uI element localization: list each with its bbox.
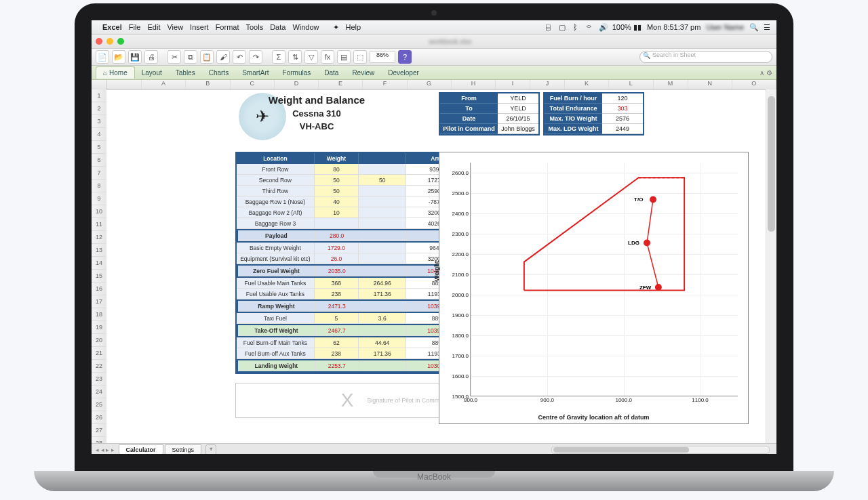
cg-envelope-chart: Weight Centre of Gravity location aft of… <box>439 152 749 424</box>
select-all-corner[interactable] <box>92 80 107 89</box>
battery-status[interactable]: 100% ▮▮ <box>612 23 642 32</box>
svg-point-3 <box>644 239 650 246</box>
bluetooth-icon[interactable]: ᛒ <box>572 23 580 31</box>
macos-menubar: Excel File Edit View Insert Format Tools… <box>92 20 776 35</box>
sheet-tab-settings[interactable]: Settings <box>165 444 202 454</box>
menu-edit[interactable]: Edit <box>147 23 160 31</box>
weight-limits-table: Fuel Burn / hour120Total Endurance303Max… <box>543 92 644 136</box>
copy-icon[interactable]: ⧉ <box>184 50 197 64</box>
redo-icon[interactable]: ↷ <box>249 50 262 64</box>
zoom-window-button[interactable] <box>117 38 124 45</box>
sheet-tab-calculator[interactable]: Calculator <box>119 444 163 454</box>
ribbon-data[interactable]: Data <box>317 67 345 79</box>
textbox-icon[interactable]: ⬚ <box>353 50 367 64</box>
ribbon-tabs: ⌂Home Layout Tables Charts SmartArt Form… <box>92 66 776 80</box>
menu-file[interactable]: File <box>129 23 141 31</box>
minimize-window-button[interactable] <box>106 38 113 45</box>
filter-icon[interactable]: ▽ <box>304 50 318 64</box>
ribbon-charts[interactable]: Charts <box>202 67 235 79</box>
search-input[interactable]: Search in Sheet <box>639 51 772 63</box>
signature-x-icon: X <box>341 390 354 411</box>
spreadsheet-grid[interactable]: ABCDEFGHIJKLMNO 123456789101112131415161… <box>92 80 776 454</box>
row-headers[interactable]: 1234567891011121314151617181920212223242… <box>92 89 106 454</box>
column-headers[interactable]: ABCDEFGHIJKLMNO <box>92 80 776 90</box>
flight-info-table: FromYELDToYELDDate26/10/15Pilot in Comma… <box>439 92 540 136</box>
ribbon-developer[interactable]: Developer <box>381 67 426 79</box>
airplay-icon[interactable]: ▢ <box>558 23 566 32</box>
ribbon-smartart[interactable]: SmartArt <box>235 67 275 79</box>
zoom-level[interactable]: 86% <box>370 51 395 63</box>
spotlight-icon[interactable]: 🔍 <box>749 23 757 32</box>
ribbon-collapse-icon[interactable]: ∧ ⚙ <box>760 69 772 77</box>
notifications-icon[interactable]: ☰ <box>763 23 771 32</box>
svg-point-1 <box>650 196 656 203</box>
new-doc-icon[interactable]: 📄 <box>96 50 109 64</box>
svg-text:T/O: T/O <box>634 196 643 203</box>
sheet-tabs-bar: ◂ ◂ ▸ ▸ Calculator Settings + <box>92 443 776 454</box>
home-icon: ⌂ <box>103 69 107 77</box>
menu-view[interactable]: View <box>167 23 183 31</box>
wifi-icon[interactable]: ⌔ <box>585 23 593 31</box>
fx-icon[interactable]: fx <box>321 50 334 64</box>
paste-icon[interactable]: 📋 <box>200 50 214 64</box>
volume-icon[interactable]: 🔊 <box>599 23 607 32</box>
save-icon[interactable]: 💾 <box>128 50 142 64</box>
ribbon-tables[interactable]: Tables <box>169 67 202 79</box>
cut-icon[interactable]: ✂ <box>167 50 181 64</box>
page-title: Weight and Balance <box>195 94 439 106</box>
menu-window[interactable]: Window <box>292 23 319 31</box>
title-block: Weight and Balance Cessna 310 VH-ABC <box>195 93 439 134</box>
sheet-nav[interactable]: ◂ ◂ ▸ ▸ <box>92 446 119 453</box>
menu-help[interactable]: Help <box>346 23 361 31</box>
print-icon[interactable]: 🖨 <box>144 50 158 64</box>
horizontal-scrollbar[interactable] <box>551 446 770 454</box>
aircraft-reg: VH-ABC <box>195 121 439 131</box>
macbook-brand: MacBook <box>417 472 451 482</box>
clock[interactable]: Mon 8:51:37 pm <box>647 23 701 31</box>
window-title: workbook.xlsx <box>429 38 472 45</box>
close-window-button[interactable] <box>96 38 102 45</box>
menu-data[interactable]: Data <box>270 23 285 31</box>
undo-icon[interactable]: ↶ <box>233 50 246 64</box>
ribbon-review[interactable]: Review <box>345 67 381 79</box>
menu-format[interactable]: Format <box>216 23 239 31</box>
sort-icon[interactable]: ⇅ <box>288 50 302 64</box>
chart-ylabel: Weight <box>433 261 440 281</box>
menu-insert[interactable]: Insert <box>190 23 209 31</box>
help-icon[interactable]: ? <box>398 50 412 64</box>
autosum-icon[interactable]: Σ <box>272 50 285 64</box>
ribbon-home[interactable]: ⌂Home <box>96 66 135 79</box>
vertical-scrollbar[interactable] <box>766 89 776 454</box>
svg-text:ZFW: ZFW <box>639 285 652 291</box>
menu-app[interactable]: Excel <box>102 23 122 31</box>
chart-icon[interactable]: ▤ <box>337 50 351 64</box>
aircraft-type: Cessna 310 <box>195 108 439 119</box>
ribbon-formulas[interactable]: Formulas <box>276 67 318 79</box>
svg-text:LDG: LDG <box>628 240 639 246</box>
chart-xlabel: Centre of Gravity location aft of datum <box>439 414 748 421</box>
dropbox-icon[interactable]: ⌸ <box>545 23 553 31</box>
standard-toolbar: 📄 📂 💾 🖨 ✂ ⧉ 📋 🖌 ↶ ↷ Σ ⇅ ▽ fx ▤ ⬚ 86% ? S… <box>92 49 776 66</box>
add-sheet-button[interactable]: + <box>205 444 216 454</box>
svg-point-5 <box>655 284 662 291</box>
ribbon-layout[interactable]: Layout <box>135 67 169 79</box>
menu-tools[interactable]: Tools <box>245 23 263 31</box>
user-name[interactable]: User Name <box>706 23 744 31</box>
format-painter-icon[interactable]: 🖌 <box>216 50 230 64</box>
window-titlebar: workbook.xlsx <box>92 35 776 49</box>
open-icon[interactable]: 📂 <box>112 50 125 64</box>
camera-dot <box>431 10 437 16</box>
